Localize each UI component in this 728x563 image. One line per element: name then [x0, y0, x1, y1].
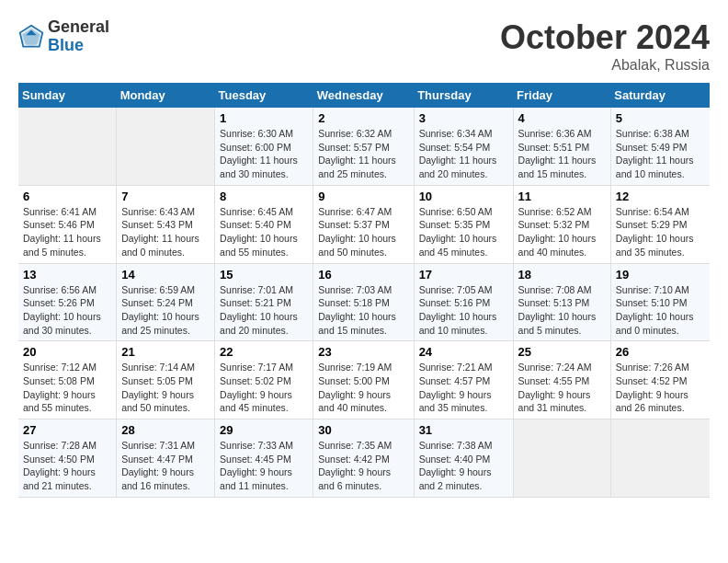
day-info: Sunrise: 6:59 AMSunset: 5:24 PMDaylight:…: [121, 283, 210, 338]
day-number: 25: [518, 345, 606, 359]
calendar-cell: 18Sunrise: 7:08 AMSunset: 5:13 PMDayligh…: [513, 263, 610, 341]
calendar-cell: 4Sunrise: 6:36 AMSunset: 5:51 PMDaylight…: [513, 108, 610, 185]
day-info: Sunrise: 7:19 AMSunset: 5:00 PMDaylight:…: [318, 361, 408, 415]
calendar-cell: 24Sunrise: 7:21 AMSunset: 4:57 PMDayligh…: [414, 341, 513, 419]
page-header: General Blue October 2024 Abalak, Russia: [18, 18, 710, 74]
day-info: Sunrise: 7:31 AMSunset: 4:47 PMDaylight:…: [121, 439, 210, 493]
calendar-cell: 3Sunrise: 6:34 AMSunset: 5:54 PMDaylight…: [414, 108, 513, 185]
day-number: 5: [616, 111, 705, 125]
logo: General Blue: [18, 18, 109, 55]
day-number: 10: [419, 190, 508, 203]
day-info: Sunrise: 7:38 AMSunset: 4:40 PMDaylight:…: [419, 439, 508, 493]
calendar-cell: 6Sunrise: 6:41 AMSunset: 5:46 PMDaylight…: [18, 185, 117, 263]
day-number: 29: [220, 423, 308, 437]
day-info: Sunrise: 7:10 AMSunset: 5:10 PMDaylight:…: [616, 283, 705, 338]
calendar-cell: 7Sunrise: 6:43 AMSunset: 5:43 PMDaylight…: [117, 185, 215, 263]
day-number: 9: [318, 190, 408, 203]
day-number: 13: [23, 268, 111, 282]
calendar-week-row: 1Sunrise: 6:30 AMSunset: 6:00 PMDaylight…: [18, 108, 710, 185]
weekday-header: Saturday: [610, 83, 710, 108]
day-info: Sunrise: 6:45 AMSunset: 5:40 PMDaylight:…: [220, 205, 308, 259]
calendar-cell: 19Sunrise: 7:10 AMSunset: 5:10 PMDayligh…: [610, 263, 710, 341]
day-number: 7: [121, 190, 210, 203]
day-info: Sunrise: 7:08 AMSunset: 5:13 PMDaylight:…: [518, 283, 606, 338]
day-info: Sunrise: 6:32 AMSunset: 5:57 PMDaylight:…: [318, 127, 408, 181]
calendar-cell: 12Sunrise: 6:54 AMSunset: 5:29 PMDayligh…: [610, 185, 710, 263]
calendar-table: SundayMondayTuesdayWednesdayThursdayFrid…: [18, 83, 710, 498]
day-number: 11: [518, 190, 606, 203]
month-title: October 2024: [500, 18, 710, 57]
weekday-header: Monday: [117, 83, 215, 108]
day-number: 17: [419, 268, 508, 282]
day-number: 1: [220, 111, 308, 125]
calendar-cell: 2Sunrise: 6:32 AMSunset: 5:57 PMDaylight…: [313, 108, 414, 185]
day-info: Sunrise: 7:24 AMSunset: 4:55 PMDaylight:…: [518, 361, 606, 415]
calendar-cell: 25Sunrise: 7:24 AMSunset: 4:55 PMDayligh…: [513, 341, 610, 419]
day-number: 4: [518, 111, 606, 125]
day-number: 31: [419, 423, 508, 437]
calendar-cell: 9Sunrise: 6:47 AMSunset: 5:37 PMDaylight…: [313, 185, 414, 263]
day-info: Sunrise: 7:12 AMSunset: 5:08 PMDaylight:…: [23, 361, 111, 415]
calendar-cell: 15Sunrise: 7:01 AMSunset: 5:21 PMDayligh…: [215, 263, 313, 341]
day-number: 3: [419, 111, 508, 125]
weekday-header-row: SundayMondayTuesdayWednesdayThursdayFrid…: [18, 83, 710, 108]
day-info: Sunrise: 6:38 AMSunset: 5:49 PMDaylight:…: [616, 127, 705, 181]
day-info: Sunrise: 7:14 AMSunset: 5:05 PMDaylight:…: [121, 361, 210, 415]
day-number: 2: [318, 111, 408, 125]
logo-blue: Blue: [48, 37, 109, 55]
day-number: 20: [23, 345, 111, 359]
calendar-cell: 28Sunrise: 7:31 AMSunset: 4:47 PMDayligh…: [117, 419, 215, 498]
logo-general: General: [48, 18, 109, 37]
day-number: 23: [318, 345, 408, 359]
day-info: Sunrise: 7:28 AMSunset: 4:50 PMDaylight:…: [23, 439, 111, 493]
calendar-cell: 20Sunrise: 7:12 AMSunset: 5:08 PMDayligh…: [18, 341, 117, 419]
calendar-week-row: 20Sunrise: 7:12 AMSunset: 5:08 PMDayligh…: [18, 341, 710, 419]
calendar-cell: 30Sunrise: 7:35 AMSunset: 4:42 PMDayligh…: [313, 419, 414, 498]
day-info: Sunrise: 6:34 AMSunset: 5:54 PMDaylight:…: [419, 127, 508, 181]
calendar-cell: 27Sunrise: 7:28 AMSunset: 4:50 PMDayligh…: [18, 419, 117, 498]
day-info: Sunrise: 7:17 AMSunset: 5:02 PMDaylight:…: [220, 361, 308, 415]
day-number: 12: [616, 190, 705, 203]
day-number: 30: [318, 423, 408, 437]
day-number: 16: [318, 268, 408, 282]
calendar-cell: [117, 108, 215, 185]
weekday-header: Thursday: [414, 83, 513, 108]
calendar-cell: 23Sunrise: 7:19 AMSunset: 5:00 PMDayligh…: [313, 341, 414, 419]
calendar-cell: 21Sunrise: 7:14 AMSunset: 5:05 PMDayligh…: [117, 341, 215, 419]
day-number: 18: [518, 268, 606, 282]
calendar-cell: 14Sunrise: 6:59 AMSunset: 5:24 PMDayligh…: [117, 263, 215, 341]
day-number: 24: [419, 345, 508, 359]
day-number: 19: [616, 268, 705, 282]
day-number: 8: [220, 190, 308, 203]
calendar-cell: 29Sunrise: 7:33 AMSunset: 4:45 PMDayligh…: [215, 419, 313, 498]
title-area: October 2024 Abalak, Russia: [500, 18, 710, 74]
day-info: Sunrise: 6:43 AMSunset: 5:43 PMDaylight:…: [121, 205, 210, 259]
day-number: 27: [23, 423, 111, 437]
day-info: Sunrise: 7:35 AMSunset: 4:42 PMDaylight:…: [318, 439, 408, 493]
calendar-week-row: 13Sunrise: 6:56 AMSunset: 5:26 PMDayligh…: [18, 263, 710, 341]
calendar-cell: 26Sunrise: 7:26 AMSunset: 4:52 PMDayligh…: [610, 341, 710, 419]
weekday-header: Sunday: [18, 83, 117, 108]
day-info: Sunrise: 7:05 AMSunset: 5:16 PMDaylight:…: [419, 283, 508, 338]
day-info: Sunrise: 7:03 AMSunset: 5:18 PMDaylight:…: [318, 283, 408, 338]
calendar-week-row: 27Sunrise: 7:28 AMSunset: 4:50 PMDayligh…: [18, 419, 710, 498]
day-number: 14: [121, 268, 210, 282]
calendar-cell: [513, 419, 610, 498]
day-info: Sunrise: 6:41 AMSunset: 5:46 PMDaylight:…: [23, 205, 111, 259]
calendar-cell: 22Sunrise: 7:17 AMSunset: 5:02 PMDayligh…: [215, 341, 313, 419]
weekday-header: Friday: [513, 83, 610, 108]
calendar-week-row: 6Sunrise: 6:41 AMSunset: 5:46 PMDaylight…: [18, 185, 710, 263]
day-info: Sunrise: 7:21 AMSunset: 4:57 PMDaylight:…: [419, 361, 508, 415]
calendar-cell: [610, 419, 710, 498]
calendar-cell: 1Sunrise: 6:30 AMSunset: 6:00 PMDaylight…: [215, 108, 313, 185]
day-number: 26: [616, 345, 705, 359]
location: Abalak, Russia: [500, 57, 710, 74]
day-number: 22: [220, 345, 308, 359]
day-info: Sunrise: 6:52 AMSunset: 5:32 PMDaylight:…: [518, 205, 606, 259]
day-number: 6: [23, 190, 111, 203]
day-info: Sunrise: 6:36 AMSunset: 5:51 PMDaylight:…: [518, 127, 606, 181]
calendar-cell: 5Sunrise: 6:38 AMSunset: 5:49 PMDaylight…: [610, 108, 710, 185]
day-info: Sunrise: 6:30 AMSunset: 6:00 PMDaylight:…: [220, 127, 308, 181]
calendar-cell: [18, 108, 117, 185]
weekday-header: Wednesday: [313, 83, 414, 108]
